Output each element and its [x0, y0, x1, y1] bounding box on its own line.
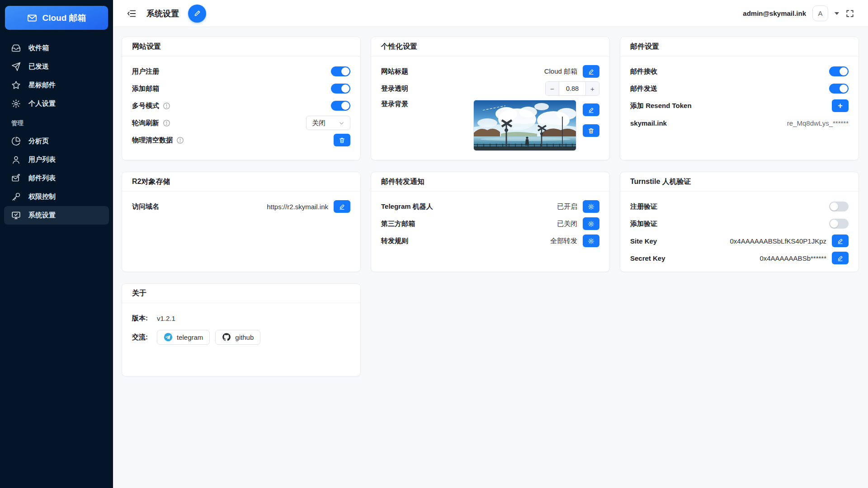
sidebar-item-label: 个人设置: [28, 99, 56, 108]
email-send-toggle[interactable]: [829, 84, 849, 94]
mail-list-icon: [11, 174, 21, 183]
row-label: 转发规则: [381, 237, 408, 245]
sidebar-item-label: 已发送: [28, 62, 49, 71]
sidebar-item-label: 用户列表: [28, 155, 56, 164]
row-contact: 交流: telegram: [132, 327, 350, 347]
row-email-receive: 邮件接收: [630, 63, 849, 80]
card-site-settings: 网站设置 用户注册 添加邮箱 多号模式: [122, 37, 361, 160]
info-icon: [163, 102, 170, 110]
resend-token-value: re_Mq8dwLys_******: [787, 119, 849, 127]
forward-rule-settings-button[interactable]: [583, 235, 599, 247]
row-label: 访问域名: [132, 202, 159, 211]
edit-background-button[interactable]: [583, 103, 599, 116]
row-register-verify: 注册验证: [630, 198, 849, 215]
pie-chart-icon: [11, 136, 21, 146]
edit-access-domain-button[interactable]: [334, 200, 350, 213]
key-icon: [11, 192, 21, 202]
collapse-sidebar-icon[interactable]: [127, 9, 137, 19]
row-label: 邮件接收: [630, 67, 657, 76]
row-multi-account: 多号模式: [132, 97, 350, 114]
github-link-button[interactable]: github: [215, 330, 260, 345]
purge-data-button[interactable]: [334, 134, 350, 146]
inbox-icon: [11, 43, 21, 53]
app-logo-label: Cloud 邮箱: [42, 12, 86, 24]
sidebar-nav: 收件箱 已发送 星标邮件: [0, 39, 113, 225]
avatar-letter: A: [818, 9, 822, 17]
add-mailbox-toggle[interactable]: [331, 84, 350, 94]
row-label: 第三方邮箱: [381, 220, 415, 228]
sidebar-item-permissions[interactable]: 权限控制: [4, 188, 109, 206]
page-title: 系统设置: [146, 8, 179, 19]
row-access-domain: 访问域名 https://r2.skymail.ink: [132, 198, 350, 215]
telegram-bot-settings-button[interactable]: [583, 200, 599, 213]
row-telegram-bot: Telegram 机器人 已开启: [381, 198, 599, 215]
row-label: 物理清空数据: [132, 136, 173, 145]
access-domain-value: https://r2.skymail.ink: [267, 203, 328, 211]
row-add-resend-token: 添加 Resend Token +: [630, 97, 849, 114]
gear-icon: [11, 99, 21, 108]
sidebar-item-mail-list[interactable]: 邮件列表: [4, 169, 109, 188]
app-logo[interactable]: Cloud 邮箱: [5, 6, 108, 30]
edit-site-key-button[interactable]: [832, 235, 849, 247]
polling-select[interactable]: 关闭: [306, 116, 350, 130]
opacity-minus-button[interactable]: −: [546, 82, 559, 95]
telegram-link-button[interactable]: telegram: [157, 330, 210, 345]
opacity-value[interactable]: 0.88: [559, 82, 585, 95]
sidebar-item-label: 系统设置: [28, 211, 56, 220]
card-email-settings: 邮件设置 邮件接收 邮件发送 添加 Resend Token + skymail…: [620, 37, 859, 160]
sidebar-item-label: 权限控制: [28, 192, 56, 201]
third-party-settings-button[interactable]: [583, 217, 599, 230]
row-label: 多号模式: [132, 102, 159, 110]
sidebar-item-system-settings[interactable]: 系统设置: [4, 206, 109, 225]
opacity-plus-button[interactable]: +: [585, 82, 599, 95]
sidebar-item-inbox[interactable]: 收件箱: [4, 39, 109, 57]
gear-icon: [588, 203, 594, 210]
trash-icon: [588, 127, 594, 134]
row-label: 轮询刷新: [132, 119, 159, 127]
gear-icon: [588, 238, 594, 244]
multi-account-toggle[interactable]: [331, 101, 350, 111]
row-add-mailbox: 添加邮箱: [132, 80, 350, 97]
card-title: 个性化设置: [371, 37, 609, 56]
main-content: 网站设置 用户注册 添加邮箱 多号模式: [113, 27, 868, 488]
sidebar-item-analytics[interactable]: 分析页: [4, 132, 109, 150]
row-label: 邮件发送: [630, 84, 657, 93]
edit-secret-key-button[interactable]: [832, 252, 849, 264]
add-resend-token-button[interactable]: +: [832, 99, 849, 112]
delete-background-button[interactable]: [583, 124, 599, 137]
sidebar-item-starred[interactable]: 星标邮件: [4, 76, 109, 94]
app-root: Cloud 邮箱 收件箱 已发送: [0, 0, 868, 488]
register-verify-toggle[interactable]: [829, 202, 849, 211]
row-polling: 轮询刷新 关闭: [132, 114, 350, 131]
edit-title-button[interactable]: [188, 5, 206, 23]
row-resend-token: skymail.ink re_Mq8dwLys_******: [630, 114, 849, 131]
card-title: Turnstile 人机验证: [620, 172, 859, 192]
row-label: 用户注册: [132, 67, 159, 76]
top-header: 系统设置 admin@skymail.ink A: [113, 0, 868, 27]
edit-site-title-button[interactable]: [583, 65, 599, 78]
login-background-image[interactable]: [473, 100, 576, 151]
add-verify-toggle[interactable]: [829, 219, 849, 229]
chevron-down-icon[interactable]: [835, 12, 839, 15]
avatar[interactable]: A: [812, 5, 828, 21]
user-register-toggle[interactable]: [331, 66, 350, 76]
email-receive-toggle[interactable]: [829, 66, 849, 76]
fullscreen-icon[interactable]: [845, 9, 854, 18]
edit-icon: [588, 107, 594, 113]
row-label: Telegram 机器人: [381, 202, 433, 211]
sidebar-item-personal-settings[interactable]: 个人设置: [4, 94, 109, 113]
edit-icon: [837, 255, 844, 262]
gear-icon: [588, 221, 594, 227]
row-label: Secret Key: [630, 254, 665, 262]
user-email: admin@skymail.ink: [743, 9, 806, 17]
sidebar-item-users[interactable]: 用户列表: [4, 150, 109, 169]
card-title: 网站设置: [122, 37, 360, 56]
sidebar-item-sent[interactable]: 已发送: [4, 57, 109, 76]
site-title-value: Cloud 邮箱: [544, 67, 577, 76]
sidebar-item-label: 星标邮件: [28, 81, 56, 89]
info-icon: [176, 136, 184, 144]
sidebar-item-label: 邮件列表: [28, 174, 56, 183]
monitor-check-icon: [11, 211, 21, 220]
row-login-opacity: 登录透明 − 0.88 +: [381, 80, 599, 97]
edit-icon: [588, 68, 594, 75]
